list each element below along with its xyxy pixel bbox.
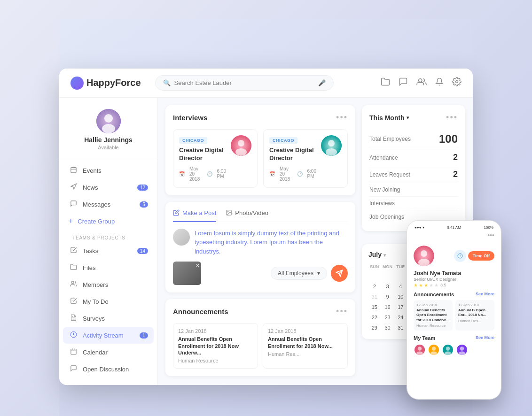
table-row[interactable] <box>368 271 381 281</box>
interview-info-2: CHICAGO Creative Digital Director 📅 May … <box>269 135 316 182</box>
svg-rect-13 <box>70 349 76 354</box>
svg-rect-5 <box>70 168 76 173</box>
mic-icon: 🎤 <box>318 79 326 86</box>
employees-label: All Employees <box>278 270 313 277</box>
send-post-button[interactable] <box>331 265 348 282</box>
svg-point-21 <box>328 140 335 146</box>
post-card: Make a Post Photo/Video Lorem Ipsum is s… <box>165 202 355 293</box>
table-row[interactable]: 30 <box>382 323 394 332</box>
remove-image-button[interactable]: × <box>196 262 199 269</box>
svg-point-24 <box>227 211 228 212</box>
employees-dropdown[interactable]: All Employees ▾ <box>271 267 327 280</box>
clock-icon-2: 🕐 <box>297 171 303 177</box>
table-row[interactable] <box>394 271 407 281</box>
post-avatar <box>173 229 190 246</box>
svg-point-29 <box>418 259 430 266</box>
settings-icon[interactable] <box>452 77 462 89</box>
mobile-team-see-more[interactable]: See More <box>476 335 494 341</box>
table-row[interactable]: 24 <box>394 313 407 322</box>
interview-date-1: May 20 2018 <box>189 166 202 182</box>
mobile-rating: ★★★★★ 3.5 <box>414 283 494 288</box>
table-row[interactable]: 29 <box>368 323 381 332</box>
sidebar-item-files[interactable]: Files <box>63 259 154 276</box>
search-input[interactable] <box>174 79 314 86</box>
announcement-item-2: 12 Jan 2018 Annual Benefits Open Enrollm… <box>263 323 348 369</box>
stat-new-joining: New Joining <box>369 183 458 197</box>
interview-date-2: May 20 2018 <box>280 166 292 182</box>
bell-icon[interactable] <box>435 77 444 89</box>
sidebar-item-members[interactable]: Members <box>63 276 154 293</box>
sidebar-item-messages[interactable]: Messages 5 <box>63 196 154 213</box>
announcements-menu[interactable]: ••• <box>336 307 348 316</box>
mobile-ann-section: Announcements See More <box>414 292 494 297</box>
mobile-time-off-btn[interactable]: Time Off <box>468 251 494 261</box>
sidebar-item-news[interactable]: News 12 <box>63 179 154 196</box>
sidebar-item-calendar[interactable]: Calendar <box>63 344 154 361</box>
search-bar[interactable]: 🔍 🎤 <box>155 75 334 91</box>
mobile-team-section: My Team See More <box>414 335 494 341</box>
folder-icon[interactable] <box>381 77 390 89</box>
svg-point-32 <box>418 347 422 350</box>
table-row[interactable]: 9 <box>382 292 394 301</box>
this-month-label: This Month <box>369 114 405 122</box>
sidebar-item-tasks[interactable]: Tasks 14 <box>63 242 154 259</box>
interview-time-2: 6:00 PM <box>307 169 316 179</box>
avatar <box>96 109 121 133</box>
table-row[interactable] <box>382 271 394 281</box>
interviews-menu[interactable]: ••• <box>336 113 348 123</box>
post-text[interactable]: Lorem Ipsum is simply dummy text of the … <box>195 229 348 256</box>
news-badge: 12 <box>137 185 148 191</box>
mobile-history-btn[interactable] <box>454 250 466 262</box>
photo-video-label: Photo/Video <box>235 209 268 216</box>
tab-make-post[interactable]: Make a Post <box>173 209 216 222</box>
new-joining-label: New Joining <box>369 186 400 193</box>
table-row[interactable]: 17 <box>394 302 407 312</box>
post-tabs: Make a Post Photo/Video <box>173 209 348 222</box>
group-icon[interactable] <box>416 77 427 88</box>
members-icon <box>69 280 78 289</box>
table-row[interactable]: 10 <box>394 292 407 301</box>
mobile-title: Senior UI/UX Designer <box>414 277 494 282</box>
mobile-time: 9:41 AM <box>447 225 461 230</box>
mobile-ann-date-2: 12 Jan 2018 <box>458 303 492 307</box>
mobile-dots[interactable]: ••• <box>487 231 494 239</box>
ann-dept-2: Human Res... <box>268 351 343 357</box>
table-row[interactable]: 31 <box>394 323 407 332</box>
sidebar-item-my-to-do[interactable]: My To Do <box>63 293 154 310</box>
table-row[interactable]: 4 <box>394 282 407 291</box>
month-selector[interactable]: This Month ▾ <box>369 114 409 122</box>
stats-menu[interactable]: ••• <box>446 113 458 123</box>
svg-point-35 <box>432 347 436 350</box>
chat-icon[interactable] <box>399 77 408 89</box>
stat-attendance: Attendance 2 <box>369 149 458 166</box>
interviews-title: Interviews <box>173 114 207 122</box>
sidebar-item-activity[interactable]: Activity Stream 1 <box>63 327 154 344</box>
table-row[interactable]: 23 <box>382 313 394 322</box>
sidebar-create-group[interactable]: + Create Group <box>63 213 154 230</box>
sidebar-item-events[interactable]: Events <box>63 162 154 179</box>
sidebar-item-open-discussion[interactable]: Open Discussion <box>63 361 154 377</box>
table-row[interactable]: 22 <box>368 313 381 322</box>
stat-interviews: Interviews <box>369 197 458 210</box>
table-row[interactable]: 2 <box>368 282 381 291</box>
files-icon <box>69 263 78 272</box>
events-label: Events <box>83 167 102 174</box>
mobile-ann-see-more[interactable]: See More <box>476 292 494 297</box>
table-row[interactable]: 3 <box>382 282 394 291</box>
mobile-topbar: ••• <box>410 231 498 242</box>
leaves-label: Leaves Request <box>369 171 410 178</box>
tasks-badge: 14 <box>137 248 148 254</box>
app-logo: HappyForce <box>70 77 141 90</box>
team-avatar-3 <box>442 344 454 356</box>
ann-title-1: Annual Benefits Open Enrollment for 2018… <box>178 336 253 356</box>
table-row[interactable]: 15 <box>368 302 381 312</box>
table-row[interactable]: 16 <box>382 302 394 312</box>
plus-icon: + <box>69 217 73 225</box>
section-label: Teams & Projects <box>63 230 154 242</box>
cal-sun: SUN <box>368 263 381 270</box>
table-row[interactable]: 31 <box>368 292 381 301</box>
svg-point-22 <box>326 148 337 156</box>
tab-photo-video[interactable]: Photo/Video <box>226 209 268 222</box>
svg-point-38 <box>446 347 450 350</box>
sidebar-item-surveys[interactable]: Surveys <box>63 310 154 327</box>
